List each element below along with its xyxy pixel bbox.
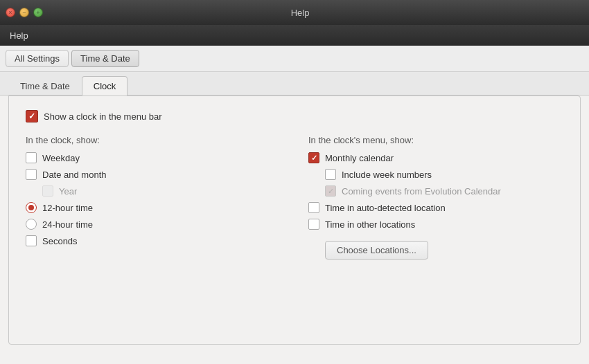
help-menu[interactable]: Help xyxy=(3,28,35,44)
window-title: Help xyxy=(51,8,549,18)
date-month-row: Date and month xyxy=(26,169,281,180)
choose-locations-button[interactable]: Choose Locations... xyxy=(325,241,428,260)
week-numbers-row: Include week numbers xyxy=(308,169,563,180)
monthly-calendar-checkbox[interactable] xyxy=(308,152,319,163)
right-section-title: In the clock's menu, show: xyxy=(308,135,563,145)
two-columns: In the clock, show: Weekday Date and mon… xyxy=(26,135,563,260)
monthly-calendar-label: Monthly calendar xyxy=(325,153,394,163)
year-row: Year xyxy=(26,185,281,197)
weekday-label: Weekday xyxy=(42,153,80,163)
year-label: Year xyxy=(59,186,77,197)
year-checkbox[interactable] xyxy=(42,185,53,197)
24hour-label: 24-hour time xyxy=(42,219,93,230)
left-column: In the clock, show: Weekday Date and mon… xyxy=(26,135,281,260)
other-locations-checkbox[interactable] xyxy=(308,219,319,230)
date-month-checkbox[interactable] xyxy=(26,169,37,180)
evolution-events-row: Coming events from Evolution Calendar xyxy=(308,185,563,197)
seconds-label: Seconds xyxy=(42,236,78,246)
monthly-calendar-row: Monthly calendar xyxy=(308,152,563,163)
24hour-radio[interactable] xyxy=(26,219,37,230)
tab-clock[interactable]: Clock xyxy=(82,76,128,95)
auto-location-row: Time in auto-detected location xyxy=(308,202,563,213)
week-numbers-label: Include week numbers xyxy=(342,170,432,180)
evolution-events-checkbox[interactable] xyxy=(325,185,336,197)
left-section-title: In the clock, show: xyxy=(26,135,281,145)
show-clock-label: Show a clock in the menu bar xyxy=(44,111,162,122)
tabs-bar: Time & Date Clock xyxy=(0,72,589,95)
close-button[interactable]: × xyxy=(6,8,15,17)
evolution-events-label: Coming events from Evolution Calendar xyxy=(342,186,501,197)
tab-time-date[interactable]: Time & Date xyxy=(8,76,82,95)
weekday-row: Weekday xyxy=(26,152,281,163)
right-column: In the clock's menu, show: Monthly calen… xyxy=(308,135,563,260)
maximize-button[interactable]: + xyxy=(33,8,43,17)
show-clock-row: Show a clock in the menu bar xyxy=(26,110,563,122)
24hour-row: 24-hour time xyxy=(26,219,281,230)
breadcrumb-bar: All Settings Time & Date xyxy=(0,46,589,72)
title-bar: × − + Help xyxy=(0,0,589,25)
12hour-radio[interactable] xyxy=(26,202,37,213)
other-locations-row: Time in other locations xyxy=(308,219,563,230)
minimize-button[interactable]: − xyxy=(19,8,29,17)
auto-location-label: Time in auto-detected location xyxy=(325,203,446,213)
date-month-label: Date and month xyxy=(42,170,107,180)
show-clock-checkbox[interactable] xyxy=(26,110,38,122)
auto-location-checkbox[interactable] xyxy=(308,202,319,213)
12hour-label: 12-hour time xyxy=(42,203,93,213)
12hour-row: 12-hour time xyxy=(26,202,281,213)
other-locations-label: Time in other locations xyxy=(325,219,415,230)
settings-panel: Show a clock in the menu bar In the cloc… xyxy=(8,95,581,345)
week-numbers-checkbox[interactable] xyxy=(325,169,336,180)
seconds-checkbox[interactable] xyxy=(26,235,37,246)
menu-bar: Help xyxy=(0,25,589,46)
seconds-row: Seconds xyxy=(26,235,281,246)
weekday-checkbox[interactable] xyxy=(26,152,37,163)
time-date-breadcrumb[interactable]: Time & Date xyxy=(71,50,139,67)
all-settings-breadcrumb[interactable]: All Settings xyxy=(6,50,69,67)
